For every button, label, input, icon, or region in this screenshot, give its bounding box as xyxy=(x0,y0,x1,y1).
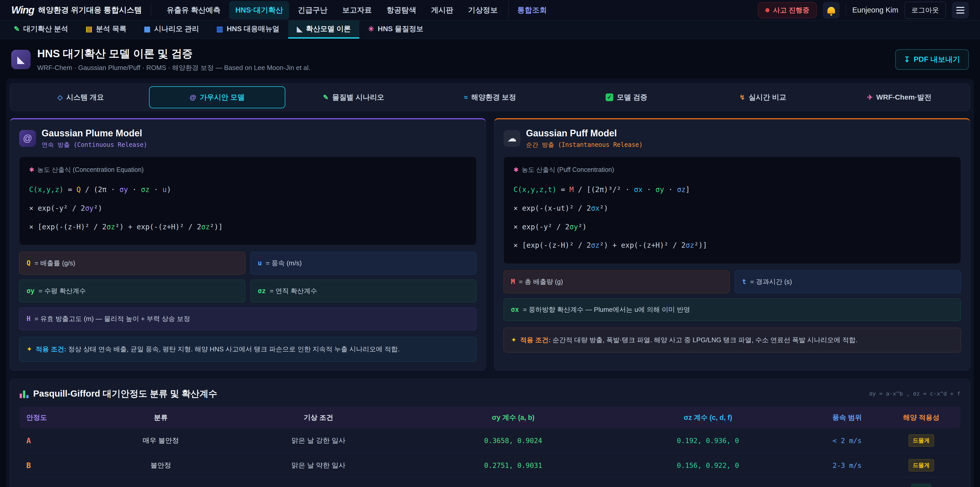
equation-segment: σz xyxy=(686,241,694,249)
puff-condition-note: ✦ 적용 조건: 순간적 대량 방출, 폭발·탱크 파열. 해양 사고 중 LP… xyxy=(504,327,961,353)
parameter-symbol: M xyxy=(511,278,519,286)
equation-segment: ) xyxy=(167,185,171,194)
top-nav-item[interactable]: 긴급구난 xyxy=(292,1,334,19)
plume-condition-text: 적용 조건: 정상 상태 연속 배출, 균일 풍속, 평탄 지형. 해양 HNS… xyxy=(36,344,400,354)
tab-실시간 비교[interactable]: ↯실시간 비교 xyxy=(695,86,831,108)
tab-시스템 개요[interactable]: ◇시스템 개요 xyxy=(13,86,149,108)
table-header-row: 안정도분류기상 조건σy 계수 (a, b)σz 계수 (c, d, f)풍속 … xyxy=(20,407,960,428)
equation-segment: ²) xyxy=(578,223,587,231)
parameter-desc: = 풍속 (m/s) xyxy=(266,259,302,267)
equation-segment: ²) + exp(-(z+H)² / 2 xyxy=(115,223,201,231)
parameter-box: σy = 수평 확산계수 xyxy=(19,279,245,302)
tab-물질별 시나리오[interactable]: ✎물질별 시나리오 xyxy=(285,86,422,108)
sub-nav-item[interactable]: ✳HNS 물질정보 xyxy=(360,21,432,38)
material-icon: ✎ xyxy=(323,93,329,101)
incident-dot-icon xyxy=(765,8,770,12)
puff-condition-label: 적용 조건: xyxy=(520,336,551,344)
grade-cell: A xyxy=(26,436,100,445)
equation-segment: ²) xyxy=(94,204,102,212)
grade-cell: C xyxy=(26,486,100,487)
tab-bar: ◇시스템 개요@가우시안 모델✎물질별 시나리오≈해양환경 보정✓모델 검증↯실… xyxy=(10,83,970,111)
grade-letter: B xyxy=(26,461,31,470)
overview-icon: ◇ xyxy=(57,93,62,101)
logout-button[interactable]: 로그아웃 xyxy=(904,2,946,19)
plume-card-subtitle: 연속 방출 (Continuous Release) xyxy=(41,141,147,149)
plume-condition-label: 적용 조건: xyxy=(36,345,66,353)
bell-icon xyxy=(827,7,835,14)
plume-equation-block: ✱ 농도 산출식 (Concentration Equation) C(x,y,… xyxy=(19,156,476,245)
sub-nav-item[interactable]: ▥HNS 대응매뉴얼 xyxy=(208,21,288,38)
top-nav-item[interactable]: 기상정보 xyxy=(462,1,504,19)
class-cell: 매우 불안정 xyxy=(100,436,221,445)
table-row[interactable]: C약간 불안정흐린 날 주간0.2090, 0.90310.116, 0.905… xyxy=(20,478,960,487)
parameter-symbol: σz xyxy=(258,287,270,295)
stability-table: 안정도분류기상 조건σy 계수 (a, b)σz 계수 (c, d, f)풍속 … xyxy=(20,407,960,487)
equation-segment: × exp(-(x-ut)² / 2 xyxy=(514,204,591,212)
column-header: σy 계수 (a, b) xyxy=(416,413,611,422)
spiral-icon: @ xyxy=(189,93,196,101)
top-nav-item[interactable]: 유출유 확산예측 xyxy=(161,1,227,19)
clipboard-icon: ▤ xyxy=(86,25,92,33)
equation-segment: × [exp(-(z-H)² / 2 xyxy=(514,241,591,249)
column-header: 안정도 xyxy=(26,413,100,422)
incident-status-badge[interactable]: 사고 진행중 xyxy=(758,2,817,18)
scenario-chart-icon: ▦ xyxy=(144,25,151,33)
equation-line: × [exp(-(z-H)² / 2σz²) + exp(-(z+H)² / 2… xyxy=(514,236,951,255)
grade-letter: A xyxy=(26,436,31,445)
puff-card-header: ☁ Gaussian Puff Model 순간 방출 (Instantaneo… xyxy=(504,128,961,149)
parameter-desc: = 배출률 (g/s) xyxy=(35,259,75,267)
triangle-ruler-icon: ◣ xyxy=(297,25,302,33)
tab-가우시안 모델[interactable]: @가우시안 모델 xyxy=(149,86,286,108)
tab-해양환경 보정[interactable]: ≈해양환경 보정 xyxy=(422,86,558,108)
top-nav-item[interactable]: 항공탐색 xyxy=(380,1,422,19)
download-icon: ↧ xyxy=(904,55,910,64)
equation-segment: C(x,y,z) xyxy=(29,185,64,194)
sub-nav-item-label: 대기확산 분석 xyxy=(23,24,68,34)
sub-nav-item[interactable]: ▤분석 목록 xyxy=(77,21,135,38)
sub-nav-item[interactable]: ◣확산모델 이론 xyxy=(288,21,360,38)
top-nav: Wing 해양환경 위기대응 통합시스템 유출유 확산예측HNS·대기확산긴급구… xyxy=(0,0,980,21)
equation-line: × exp(-y² / 2σy²) xyxy=(29,199,466,218)
sub-nav-item[interactable]: ✎대기확산 분석 xyxy=(5,21,77,38)
parameter-box: t = 경과시간 (s) xyxy=(735,270,961,293)
parameter-desc: = 유효 방출고도 (m) — 물리적 높이 + 부력 상승 보정 xyxy=(35,315,190,323)
parameter-box: σz = 연직 확산계수 xyxy=(250,279,476,302)
tab-WRF-Chem·발전[interactable]: ✈WRF-Chem·발전 xyxy=(831,86,967,108)
equation-segment: = xyxy=(64,185,76,194)
equation-line: × exp(-y² / 2σy²) xyxy=(514,218,951,236)
top-nav-item[interactable]: 게시판 xyxy=(425,1,460,19)
plume-equation-label: ✱ 농도 산출식 (Concentration Equation) xyxy=(29,166,466,174)
equation-segment: σz xyxy=(141,185,150,194)
class-cell: 불안정 xyxy=(100,461,221,470)
equation-segment: / [(2π)³/² · xyxy=(574,185,634,194)
table-row[interactable]: B불안정맑은 날 약한 일사0.2751, 0.90310.156, 0.922… xyxy=(20,453,960,478)
plume-condition-body: 정상 상태 연속 배출, 균일 풍속, 평탄 지형. 해양 HNS 사고에서 탱… xyxy=(68,345,400,353)
main-content: ◇시스템 개요@가우시안 모델✎물질별 시나리오≈해양환경 보정✓모델 검증↯실… xyxy=(6,78,974,487)
tab-모델 검증[interactable]: ✓모델 검증 xyxy=(558,86,695,108)
column-header: 분류 xyxy=(100,413,221,422)
hamburger-menu-button[interactable] xyxy=(952,2,969,19)
parameter-symbol: t xyxy=(742,278,750,286)
plume-equation-label-text: 농도 산출식 (Concentration Equation) xyxy=(37,166,144,174)
equation-segment: σy xyxy=(85,204,94,212)
top-nav-item[interactable]: HNS·대기확산 xyxy=(229,1,289,19)
top-nav-item[interactable]: 통합조회 xyxy=(508,1,553,19)
parameter-desc: = 총 배출량 (g) xyxy=(519,278,563,286)
table-row[interactable]: A매우 불안정맑은 날 강한 일사0.3658, 0.90240.192, 0.… xyxy=(20,428,960,453)
sub-nav-item[interactable]: ▦시나리오 관리 xyxy=(135,21,208,38)
stability-section-header: Pasquill-Gifford 대기안정도 분류 및 확산계수 σy = a·… xyxy=(20,388,960,400)
divider xyxy=(846,5,846,16)
plume-card-header: @ Gaussian Plume Model 연속 방출 (Continuous… xyxy=(19,128,476,149)
equation-segment: σy xyxy=(570,223,578,231)
parameter-box: M = 총 배출량 (g) xyxy=(504,270,730,293)
top-nav-item[interactable]: 보고자료 xyxy=(336,1,378,19)
wind-cell: 2-3 m/s xyxy=(805,461,889,469)
wind-cell: < 2 m/s xyxy=(805,437,889,445)
check-icon: ✓ xyxy=(606,93,613,101)
notifications-button[interactable] xyxy=(823,2,840,19)
equation-segment: = xyxy=(557,185,570,194)
user-name: Eunjeong Kim xyxy=(852,6,898,14)
pdf-export-button[interactable]: ↧ PDF 내보내기 xyxy=(895,49,969,70)
apply-cell: 드물게 xyxy=(889,459,954,471)
wind-pencil-icon: ✎ xyxy=(14,25,20,33)
